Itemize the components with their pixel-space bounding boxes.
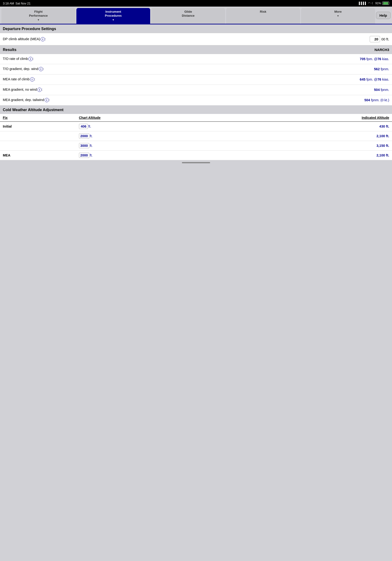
moon-icon: ☾ <box>371 2 374 5</box>
indicated-mea: 2,100 ft. <box>219 150 392 160</box>
chevron-down-icon: ▼ <box>2 18 75 21</box>
info-icon[interactable]: i <box>41 37 45 41</box>
to-gradient-label: T/O gradient, dep. windi: <box>3 67 374 71</box>
chart-num-2: 2000 <box>79 133 89 139</box>
cold-weather-header: Cold Weather Altitude Adjustment <box>0 106 392 114</box>
tab-flight-performance[interactable]: FlightPerformance ▼ <box>1 8 76 24</box>
chart-mea: 2000 ft. <box>76 150 219 160</box>
cold-row-initial: Initial 406 ft. 430 ft. <box>0 121 392 131</box>
col-fix: Fix <box>0 114 76 122</box>
to-rate-value: 705 fpm. @76 kias. <box>360 57 389 61</box>
mea-gradient-no-wind-value: 504 fpnm. <box>374 88 389 92</box>
dp-climb-label: DP climb altitude (MEA)i: <box>3 37 370 41</box>
tab-glide-distance[interactable]: GlideDistance <box>151 8 225 24</box>
to-rate-label: T/O rate of climbi: <box>3 57 360 61</box>
fix-mea: MEA <box>0 150 76 160</box>
col-chart-altitude: Chart Altitude <box>76 114 219 122</box>
chart-num-initial: 406 <box>79 124 88 129</box>
to-gradient-row: T/O gradient, dep. windi: 562 fpnm. <box>0 64 392 75</box>
to-gradient-value: 562 fpnm. <box>374 67 389 71</box>
mea-gradient-no-wind-label: MEA gradient, no windi: <box>3 88 374 92</box>
indicated-3: 3,150 ft. <box>219 141 392 150</box>
dp-input-group: 00 ft. <box>370 36 389 42</box>
tab-risk[interactable]: Risk <box>226 8 300 24</box>
mea-rate-label: MEA rate of climbi: <box>3 77 360 82</box>
status-left: 3:18 AM Sat Nov 21 <box>3 2 31 5</box>
fix-2 <box>0 131 76 141</box>
fix-initial: Initial <box>0 121 76 131</box>
main-content: Departure Procedure Settings DP climb al… <box>0 24 392 160</box>
chevron-down-icon: ▼ <box>302 14 374 17</box>
status-date: Sat Nov 21 <box>15 2 31 5</box>
departure-section-header: Departure Procedure Settings <box>0 24 392 33</box>
fix-3 <box>0 141 76 150</box>
home-bar <box>182 162 210 163</box>
tab-instrument-procedures[interactable]: InstrumentProcedures ▼ <box>76 8 150 24</box>
cold-weather-table: Fix Chart Altitude Indicated Altitude In… <box>0 114 392 160</box>
cold-table-header-row: Fix Chart Altitude Indicated Altitude <box>0 114 392 122</box>
mea-rate-row: MEA rate of climbi: 645 fpm. @76 kias. <box>0 75 392 85</box>
mea-gradient-tailwind-label: MEA gradient, dep. tailwindi: <box>3 98 364 102</box>
indicated-initial: 430 ft. <box>219 121 392 131</box>
tab-more[interactable]: More ▼ <box>301 8 375 24</box>
dp-suffix: 00 ft. <box>381 37 389 41</box>
mea-gradient-tailwind-row: MEA gradient, dep. tailwindi: 504 fpnm. … <box>0 95 392 106</box>
info-icon[interactable]: i <box>45 98 49 102</box>
cold-row-2: 2000 ft. 2,100 ft. <box>0 131 392 141</box>
info-icon[interactable]: i <box>30 77 34 82</box>
chart-2: 2000 ft. <box>76 131 219 141</box>
dp-climb-row: DP climb altitude (MEA)i: 00 ft. <box>0 33 392 45</box>
status-bar: 3:18 AM Sat Nov 21 ▌▌▌▌ ◠ ☾ 91% <box>0 0 392 7</box>
info-icon[interactable]: i <box>39 67 43 71</box>
battery-percent: 91% <box>375 2 381 5</box>
status-right: ▌▌▌▌ ◠ ☾ 91% <box>359 2 389 5</box>
dp-climb-input[interactable] <box>370 36 380 42</box>
signal-icon: ▌▌▌▌ <box>359 2 367 5</box>
nav-bar: FlightPerformance ▼ InstrumentProcedures… <box>0 7 392 24</box>
results-rows: T/O rate of climbi: 705 fpm. @76 kias. T… <box>0 54 392 106</box>
indicated-2: 2,100 ft. <box>219 131 392 141</box>
mea-rate-value: 645 fpm. @76 kias. <box>360 77 389 81</box>
to-rate-of-climb-row: T/O rate of climbi: 705 fpm. @76 kias. <box>0 54 392 64</box>
mea-gradient-no-wind-row: MEA gradient, no windi: 504 fpnm. <box>0 85 392 95</box>
mea-gradient-tailwind-value: 504 fpnm. (0 kt.) <box>364 98 389 102</box>
cold-row-mea: MEA 2000 ft. 2,100 ft. <box>0 150 392 160</box>
cold-row-3: 3000 ft. 3,150 ft. <box>0 141 392 150</box>
chart-num-mea: 2000 <box>79 153 89 158</box>
home-indicator <box>0 160 392 164</box>
battery-icon <box>382 2 389 5</box>
results-header: Results NARCH3 <box>0 45 392 54</box>
chart-3: 3000 ft. <box>76 141 219 150</box>
chart-num-3: 3000 <box>79 143 89 148</box>
col-indicated-altitude: Indicated Altitude <box>219 114 392 122</box>
results-badge: NARCH3 <box>374 48 389 52</box>
chart-initial: 406 ft. <box>76 121 219 131</box>
help-button[interactable]: Help <box>376 12 391 19</box>
info-icon[interactable]: i <box>37 88 42 92</box>
status-time: 3:18 AM <box>3 2 14 5</box>
wifi-icon: ◠ <box>368 2 370 5</box>
results-title: Results <box>3 48 16 52</box>
info-icon[interactable]: i <box>28 57 33 61</box>
chevron-down-icon: ▼ <box>77 18 150 21</box>
